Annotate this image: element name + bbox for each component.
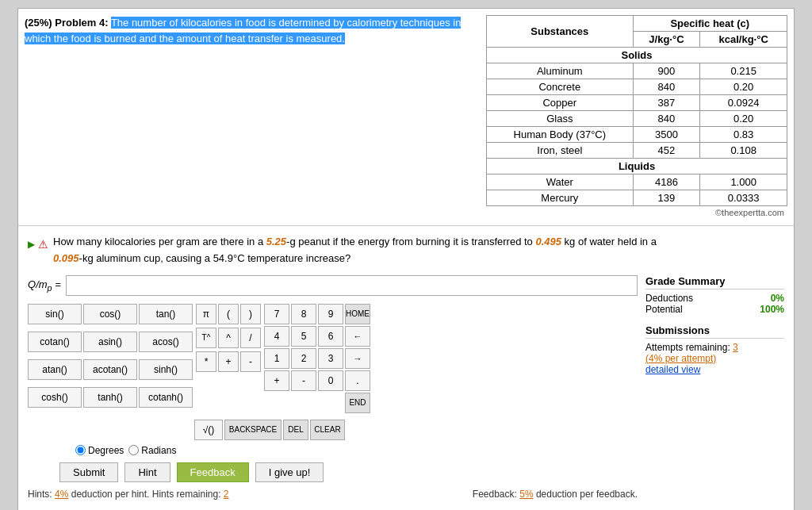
degrees-label: Degrees	[88, 445, 124, 456]
pow-button[interactable]: ^	[218, 328, 239, 348]
value2: 0.495	[535, 236, 561, 247]
problem-label: (25%) Problem 4:	[25, 17, 108, 29]
right-arrow-button[interactable]: →	[345, 348, 370, 369]
decimal-button[interactable]: .	[345, 370, 370, 391]
sqrt-button[interactable]: √()	[194, 420, 223, 440]
play-icon: ▶	[28, 237, 35, 252]
per-attempt-link[interactable]: (4% per attempt)	[645, 353, 716, 364]
hint-button[interactable]: Hint	[124, 462, 170, 482]
left-arrow-button[interactable]: ←	[345, 326, 370, 347]
degrees-radio[interactable]	[75, 445, 86, 455]
grade-summary-title: Grade Summary	[645, 275, 784, 290]
potential-label: Potential	[645, 304, 683, 315]
subtract-button[interactable]: -	[240, 351, 261, 372]
num8-button[interactable]: 8	[291, 304, 316, 324]
submissions-box: Submissions Attempts remaining: 3 (4% pe…	[645, 324, 784, 375]
hints-deduction-link[interactable]: 4%	[55, 489, 68, 500]
table-row: Copper 387 0.0924	[487, 95, 787, 111]
multiply-button[interactable]: *	[196, 351, 216, 372]
function-buttons: sin() cos() tan() cotan() asin() acos() …	[28, 304, 193, 413]
end-button[interactable]: END	[345, 393, 370, 413]
num7-button[interactable]: 7	[264, 304, 289, 324]
hints-remaining-link[interactable]: 2	[224, 489, 229, 500]
submissions-title: Submissions	[645, 324, 784, 339]
clear-button[interactable]: CLEAR	[310, 420, 345, 440]
radians-radio-label[interactable]: Radians	[128, 445, 176, 456]
num3-button[interactable]: 3	[318, 348, 343, 369]
specific-heat-header: Specific heat (c)	[633, 16, 787, 32]
plus-num-button[interactable]: +	[264, 370, 289, 391]
table-row: Water 4186 1.000	[487, 174, 787, 190]
acotan-button[interactable]: acotan()	[83, 359, 137, 380]
table-row: Glass 840 0.20	[487, 111, 787, 127]
specific-heat-table: Substances Specific heat (c) J/kg·°C kca…	[486, 15, 787, 219]
pi-button[interactable]: π	[196, 304, 216, 324]
deductions-label: Deductions	[645, 293, 693, 304]
rparen-button[interactable]: )	[240, 304, 261, 324]
potential-value: 100%	[760, 304, 784, 315]
lparen-button[interactable]: (	[218, 304, 239, 324]
answer-input[interactable]	[66, 275, 638, 296]
cosh-button[interactable]: cosh()	[28, 387, 82, 408]
table-row: Mercury 139 0.0333	[487, 190, 787, 206]
num2-button[interactable]: 2	[291, 348, 316, 369]
cos-button[interactable]: cos()	[83, 304, 137, 324]
hints-text: Hints: 4% deduction per hint. Hints rema…	[28, 489, 229, 500]
question-block: ▶ ⚠ How many kilocalories per gram are t…	[28, 234, 784, 267]
num4-button[interactable]: 4	[264, 326, 289, 347]
sin-button[interactable]: sin()	[28, 304, 82, 324]
radians-label: Radians	[141, 445, 176, 456]
grade-summary: Grade Summary Deductions 0% Potential 10…	[645, 275, 784, 315]
atan-button[interactable]: atan()	[28, 359, 82, 380]
submit-button[interactable]: Submit	[59, 462, 118, 482]
warning-icon: ⚠	[38, 236, 48, 253]
substances-header: Substances	[487, 16, 634, 48]
home-button[interactable]: HOME	[345, 304, 370, 324]
tpow-button[interactable]: T^	[196, 328, 216, 348]
del-button[interactable]: DEL	[283, 420, 308, 440]
feedback-button[interactable]: Feedback	[177, 462, 249, 482]
cotan-button[interactable]: cotan()	[28, 332, 82, 352]
cotanh-button[interactable]: cotanh()	[139, 387, 193, 408]
minus-num-button[interactable]: -	[291, 370, 316, 391]
question-text: How many kilocalories per gram are there…	[53, 234, 657, 267]
table-row: Concrete 840 0.20	[487, 79, 787, 95]
num9-button[interactable]: 9	[318, 304, 343, 324]
value3: 0.095	[53, 252, 79, 264]
tan-button[interactable]: tan()	[139, 304, 193, 324]
tanh-button[interactable]: tanh()	[83, 387, 137, 408]
num6-button[interactable]: 6	[318, 326, 343, 347]
acos-button[interactable]: acos()	[139, 332, 193, 352]
value1: 5.25	[266, 236, 286, 247]
radians-radio[interactable]	[128, 445, 139, 455]
sinh-button[interactable]: sinh()	[139, 359, 193, 380]
problem-text: (25%) Problem 4: The number of kilocalor…	[25, 15, 486, 219]
attempts-text: Attempts remaining: 3	[645, 342, 784, 353]
num0-button[interactable]: 0	[318, 370, 343, 391]
table-row: Aluminum 900 0.215	[487, 63, 787, 79]
feedback-deduction-link[interactable]: 5%	[519, 489, 533, 500]
table-row: Liquids	[487, 159, 787, 174]
col2-header: kcal/kg·°C	[700, 32, 787, 48]
copyright: ©theexpertta.com	[486, 206, 787, 219]
asin-button[interactable]: asin()	[83, 332, 137, 352]
backspace-button[interactable]: BACKSPACE	[224, 420, 282, 440]
num1-button[interactable]: 1	[264, 348, 289, 369]
attempts-link[interactable]: 3	[733, 342, 738, 353]
feedback-text: Feedback: 5% deduction per feedback.	[473, 489, 638, 500]
degrees-radio-label[interactable]: Degrees	[75, 445, 124, 456]
table-row: Iron, steel 452 0.108	[487, 143, 787, 159]
num5-button[interactable]: 5	[291, 326, 316, 347]
divide-button[interactable]: /	[240, 328, 261, 348]
detailed-view-link[interactable]: detailed view	[645, 364, 700, 375]
add-button[interactable]: +	[218, 351, 239, 372]
col1-header: J/kg·°C	[633, 32, 700, 48]
table-row: Human Body (37°C) 3500 0.83	[487, 127, 787, 143]
table-row: Solids	[487, 48, 787, 63]
answer-label: Q/mp =	[28, 278, 61, 293]
igiveup-button[interactable]: I give up!	[255, 462, 324, 482]
deductions-value: 0%	[771, 293, 784, 304]
